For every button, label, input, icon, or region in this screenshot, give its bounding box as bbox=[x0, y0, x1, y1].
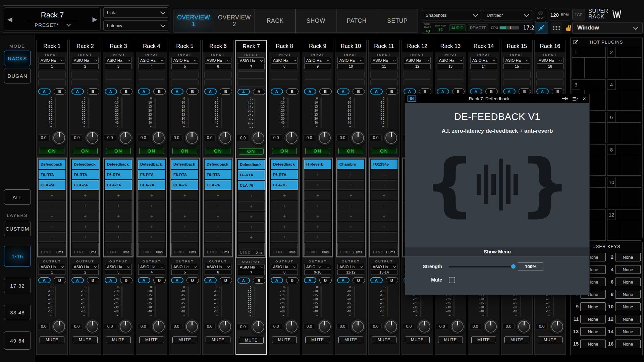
mute-button[interactable]: MUTE bbox=[239, 337, 264, 344]
plugin-slot[interactable]: H-Reverb bbox=[304, 160, 331, 169]
plugin-slot[interactable]: CLA-2A bbox=[72, 180, 99, 190]
output-device-dropdown[interactable]: ASIO Ha bbox=[105, 264, 132, 270]
gain-knob[interactable] bbox=[185, 131, 199, 145]
plugin-slot-empty[interactable]: + bbox=[105, 222, 132, 231]
output-channel[interactable]: 9-10 bbox=[304, 270, 331, 275]
b-button[interactable]: B bbox=[120, 277, 132, 283]
plugin-slot[interactable]: Defeedback bbox=[138, 160, 165, 169]
gain-knob[interactable] bbox=[218, 319, 232, 334]
audio-status-button[interactable]: AUDIO bbox=[449, 24, 466, 31]
plugin-slot-empty[interactable]: + bbox=[205, 212, 231, 221]
prev-rack-arrow-icon[interactable]: ◀ bbox=[7, 15, 12, 23]
b-button[interactable]: B bbox=[353, 277, 365, 283]
plugin-slot-empty[interactable]: + bbox=[205, 201, 231, 210]
plugin-slot[interactable]: CLA-76 bbox=[171, 180, 198, 190]
rack-title[interactable]: Rack 12 bbox=[402, 40, 433, 52]
on-button[interactable]: ON bbox=[106, 148, 131, 154]
bpm-display[interactable]: 120 BPM bbox=[549, 9, 570, 20]
tab-rack[interactable]: RACK bbox=[255, 9, 296, 33]
plugin-slot-empty[interactable]: + bbox=[304, 191, 331, 200]
b-button[interactable]: B bbox=[153, 88, 166, 95]
plugin-slot-empty[interactable]: + bbox=[337, 170, 364, 179]
plugin-slot-empty[interactable]: + bbox=[371, 170, 397, 179]
plugin-slot[interactable]: F6-RTA bbox=[271, 170, 298, 179]
rack-title[interactable]: Rack 6 bbox=[203, 40, 233, 52]
b-button[interactable]: B bbox=[220, 277, 232, 283]
hot-plugin-slot-10[interactable]: 10 bbox=[607, 177, 641, 208]
midi-indicator[interactable]: MIDI bbox=[535, 8, 546, 22]
user-key-button[interactable]: None bbox=[615, 315, 641, 323]
mute-button[interactable]: MUTE bbox=[73, 337, 98, 343]
output-device-dropdown[interactable]: ASIO Ha bbox=[337, 264, 364, 270]
plugin-slot-empty[interactable]: + bbox=[105, 201, 132, 210]
sidebar-item-17-32[interactable]: 17-32 bbox=[4, 278, 31, 293]
output-channel[interactable]: 11-12 bbox=[337, 270, 364, 275]
rack-title[interactable]: Rack 11 bbox=[369, 40, 399, 52]
input-channel[interactable]: 11 bbox=[371, 64, 397, 69]
a-button[interactable]: A bbox=[138, 277, 150, 283]
plugin-slot-empty[interactable]: + bbox=[271, 232, 298, 242]
a-button[interactable]: A bbox=[337, 88, 350, 95]
gain-knob[interactable] bbox=[284, 131, 299, 145]
plugin-slot[interactable]: Defeedback bbox=[205, 160, 231, 169]
plugin-slot-empty[interactable]: + bbox=[205, 222, 231, 231]
plugin-slot-empty[interactable]: + bbox=[171, 222, 198, 231]
b-button[interactable]: B bbox=[286, 277, 299, 283]
b-button[interactable]: B bbox=[120, 88, 132, 95]
a-button[interactable]: A bbox=[370, 277, 383, 283]
output-device-dropdown[interactable]: ASIO Ha bbox=[238, 264, 265, 270]
plugin-slot-empty[interactable]: + bbox=[238, 201, 265, 211]
export-arrow-icon[interactable] bbox=[573, 40, 579, 44]
output-channel[interactable]: 5 bbox=[171, 270, 198, 275]
sidebar-item-49-64[interactable]: 49-64 bbox=[4, 331, 31, 350]
output-device-dropdown[interactable]: ASIO Ha bbox=[271, 264, 298, 270]
strength-value[interactable]: 100% bbox=[518, 262, 543, 270]
input-device-dropdown[interactable]: ASIO Ha bbox=[537, 57, 564, 64]
a-button[interactable]: A bbox=[271, 277, 283, 283]
b-button[interactable]: B bbox=[220, 88, 232, 95]
plugin-slot[interactable]: Defeedback bbox=[72, 160, 99, 169]
plugin-slot-empty[interactable]: + bbox=[304, 212, 331, 221]
input-device-dropdown[interactable]: ASIO Ha bbox=[304, 57, 331, 64]
mute-checkbox[interactable] bbox=[449, 277, 455, 283]
on-button[interactable]: ON bbox=[73, 148, 98, 154]
gain-value[interactable]: 0.0 bbox=[502, 323, 515, 330]
input-channel[interactable]: 8 bbox=[271, 64, 298, 69]
user-key-button[interactable]: None bbox=[580, 327, 606, 336]
plugin-slot[interactable]: F6-RTA bbox=[205, 170, 231, 179]
user-key-button[interactable]: None bbox=[615, 340, 641, 348]
on-button[interactable]: ON bbox=[305, 148, 330, 154]
gain-knob[interactable] bbox=[85, 319, 100, 334]
gain-value[interactable]: 0.0 bbox=[336, 323, 348, 330]
hot-plugin-slot-4[interactable]: 4 bbox=[607, 79, 641, 111]
b-button[interactable]: B bbox=[253, 89, 265, 95]
tab-overview-1[interactable]: OVERVIEW1 bbox=[173, 9, 214, 33]
gain-value[interactable]: 0.0 bbox=[469, 323, 481, 330]
pin-icon[interactable] bbox=[562, 97, 568, 101]
gain-knob[interactable] bbox=[351, 319, 365, 334]
plugin-slot-empty[interactable]: + bbox=[238, 222, 265, 232]
gain-value[interactable]: 0.0 bbox=[270, 134, 282, 141]
plugin-slot-empty[interactable]: + bbox=[171, 191, 198, 200]
plugin-slot-empty[interactable]: + bbox=[371, 212, 397, 221]
b-button[interactable]: B bbox=[186, 88, 199, 95]
plugin-slot[interactable]: F6-RTA bbox=[39, 170, 65, 179]
plugin-slot-empty[interactable]: + bbox=[138, 191, 165, 200]
gain-value[interactable]: 0.0 bbox=[38, 134, 50, 141]
plugin-slot-empty[interactable]: + bbox=[238, 191, 265, 200]
tab-setup[interactable]: SETUP bbox=[377, 9, 418, 33]
sidebar-item-custom[interactable]: CUSTOM bbox=[4, 221, 31, 236]
gain-value[interactable]: 0.0 bbox=[336, 134, 348, 141]
gain-knob[interactable] bbox=[417, 319, 432, 334]
input-channel[interactable]: 7 bbox=[238, 64, 265, 69]
output-channel[interactable]: 2 bbox=[72, 270, 99, 275]
b-button[interactable]: B bbox=[386, 277, 398, 283]
on-button[interactable]: ON bbox=[239, 148, 264, 155]
plugin-slot-empty[interactable]: + bbox=[39, 201, 65, 210]
plugin-slot-empty[interactable]: + bbox=[304, 201, 331, 210]
user-key-button[interactable]: None bbox=[615, 278, 641, 286]
user-key-button[interactable]: None bbox=[580, 340, 606, 348]
plugin-slot[interactable]: F6-RTA bbox=[105, 170, 132, 179]
output-channel[interactable]: 1 bbox=[39, 270, 65, 275]
input-device-dropdown[interactable]: ASIO Ha bbox=[39, 57, 65, 64]
